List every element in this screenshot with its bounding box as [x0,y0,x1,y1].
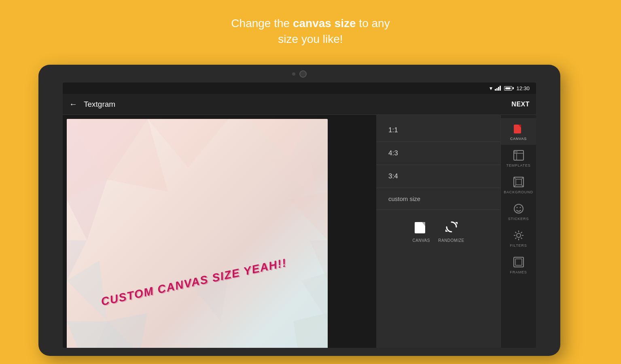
canvas-action-label: CANVAS [413,238,430,243]
stickers-sidebar-icon [512,202,525,215]
size-options-panel: 1:1 4:3 3:4 custom size [376,115,500,348]
page-header: Change the canvas size to any size you l… [0,0,621,47]
sidebar-item-canvas[interactable]: CANVAS [501,118,536,145]
stickers-sidebar-label: STICKERS [508,217,529,221]
right-panel: 1:1 4:3 3:4 custom size [376,115,536,348]
svg-point-32 [514,204,523,213]
header-bold: canvas size [293,17,356,30]
canvas-sidebar-label: CANVAS [510,137,527,141]
header-text-normal: Change the [231,17,293,30]
status-bar: ▾ 12:30 [63,83,536,94]
sidebar-item-background[interactable]: BACKGROUND [501,171,536,198]
status-icons: ▾ 12:30 [490,85,530,91]
svg-point-33 [516,207,517,208]
status-time: 12:30 [516,85,530,91]
svg-marker-1 [148,119,229,167]
filters-sidebar-label: FILTERS [510,243,527,248]
svg-line-42 [521,232,522,233]
svg-point-24 [514,151,515,152]
size-panel-bottom: CANVAS [376,210,500,247]
ratio-option-custom[interactable]: custom size [376,188,500,210]
camera-indicator-small [292,72,295,76]
tablet-screen: ▾ 12:30 ← Textgram NEXT [63,83,536,348]
background-sidebar-icon [512,176,525,188]
tablet-camera [292,70,307,78]
svg-line-41 [521,238,522,239]
randomize-action-icon [443,218,460,236]
app-toolbar: ← Textgram NEXT [63,94,536,115]
header-text-normal2: to any [356,17,390,30]
sidebar-item-stickers[interactable]: STICKERS [501,198,536,225]
back-button[interactable]: ← [69,99,77,109]
svg-marker-12 [269,151,318,200]
svg-marker-16 [293,313,328,348]
canvas-action-icon [412,218,430,236]
svg-line-40 [515,232,516,233]
tablet-device: ▾ 12:30 ← Textgram NEXT [38,65,560,356]
canvas-action-button[interactable]: CANVAS [412,218,430,243]
sidebar-item-filters[interactable]: FILTERS [501,225,536,252]
randomize-action-label: RANDOMIZE [438,238,464,243]
sidebar-item-templates[interactable]: TEMPLATES [501,145,536,171]
ratio-option-1-1[interactable]: 1:1 [376,119,500,142]
filters-sidebar-icon [512,229,525,242]
canvas-sidebar-icon [512,122,525,135]
svg-marker-15 [301,273,328,321]
svg-marker-13 [289,192,328,240]
svg-rect-27 [516,179,521,185]
sidebar-item-frames[interactable]: FRAMES [501,252,536,278]
toolbar-title: Textgram [84,100,511,109]
ratio-option-4-3[interactable]: 4:3 [376,142,500,165]
header-text-line3: size you like! [278,33,343,45]
randomize-action-button[interactable]: RANDOMIZE [438,218,464,243]
svg-point-34 [519,207,521,208]
svg-point-35 [517,233,521,237]
frames-sidebar-icon [512,256,525,269]
canvas-preview: CUSTOM CANVAS SIZE YEAH!! [67,119,328,348]
next-button[interactable]: NEXT [511,101,530,108]
svg-line-43 [515,238,516,239]
main-content: CUSTOM CANVAS SIZE YEAH!! 1:1 4:3 3:4 cu… [63,115,536,348]
background-sidebar-label: BACKGROUND [504,190,533,194]
signal-icon [495,86,501,91]
right-sidebar: CANVAS TEMPLA [500,115,536,348]
canvas-background-svg [67,119,328,348]
battery-icon [504,86,512,91]
wifi-icon: ▾ [490,85,492,91]
svg-rect-45 [515,259,522,265]
templates-sidebar-label: TEMPLATES [506,163,530,167]
frames-sidebar-label: FRAMES [510,270,527,274]
canvas-area: CUSTOM CANVAS SIZE YEAH!! [63,115,376,348]
svg-marker-6 [67,260,107,321]
templates-sidebar-icon [512,149,525,162]
ratio-option-3-4[interactable]: 3:4 [376,165,500,188]
svg-point-25 [516,151,517,152]
camera-lens [299,70,307,78]
